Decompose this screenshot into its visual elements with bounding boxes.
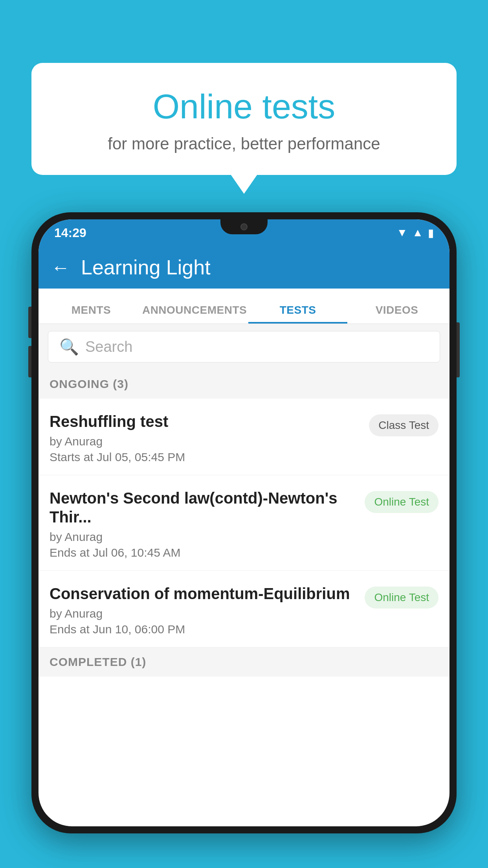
- test-name-newtons: Newton's Second law(contd)-Newton's Thir…: [50, 489, 358, 526]
- battery-icon: ▮: [428, 226, 434, 239]
- test-author-conservation: by Anurag: [50, 607, 358, 620]
- notch: [220, 219, 268, 234]
- tab-videos[interactable]: VIDEOS: [347, 297, 446, 324]
- completed-section-header: COMPLETED (1): [39, 647, 449, 677]
- test-info-reshuffling: Reshuffling test by Anurag Starts at Jul…: [50, 412, 363, 464]
- phone-screen: 14:29 ▼ ▲ ▮ ← Learning Light MENTS ANNOU…: [39, 219, 449, 826]
- ongoing-section-header: ONGOING (3): [39, 370, 449, 399]
- wifi-icon: ▼: [397, 226, 408, 239]
- test-date-newtons: Ends at Jul 06, 10:45 AM: [50, 546, 358, 559]
- power-button[interactable]: [457, 322, 460, 377]
- test-info-newtons: Newton's Second law(contd)-Newton's Thir…: [50, 489, 358, 559]
- test-item-conservation[interactable]: Conservation of momentum-Equilibrium by …: [39, 571, 449, 647]
- bubble-subtitle: for more practice, better performance: [51, 134, 437, 153]
- app-bar-title: Learning Light: [81, 256, 211, 279]
- test-author-reshuffling: by Anurag: [50, 435, 363, 448]
- test-badge-class-reshuffling: Class Test: [369, 414, 438, 436]
- test-badge-online-newtons: Online Test: [365, 491, 438, 513]
- tab-announcements[interactable]: ANNOUNCEMENTS: [141, 297, 248, 324]
- test-item-reshuffling[interactable]: Reshuffling test by Anurag Starts at Jul…: [39, 399, 449, 475]
- volume-down-button[interactable]: [28, 346, 31, 377]
- phone-outer: 14:29 ▼ ▲ ▮ ← Learning Light MENTS ANNOU…: [31, 212, 457, 833]
- test-name-reshuffling: Reshuffling test: [50, 412, 363, 431]
- status-time: 14:29: [54, 226, 86, 240]
- camera-icon: [240, 223, 248, 230]
- search-icon: 🔍: [59, 338, 79, 356]
- search-container: 🔍 Search: [39, 324, 449, 370]
- test-author-newtons: by Anurag: [50, 530, 358, 544]
- tab-assignments[interactable]: MENTS: [42, 297, 141, 324]
- back-button[interactable]: ←: [51, 257, 70, 278]
- speech-bubble: Online tests for more practice, better p…: [31, 63, 457, 175]
- test-item-newtons[interactable]: Newton's Second law(contd)-Newton's Thir…: [39, 475, 449, 571]
- app-bar: ← Learning Light: [39, 246, 449, 289]
- ongoing-section-title: ONGOING (3): [50, 377, 128, 390]
- status-bar: 14:29 ▼ ▲ ▮: [39, 219, 449, 246]
- bubble-title: Online tests: [51, 86, 437, 127]
- completed-section-title: COMPLETED (1): [50, 655, 146, 668]
- test-badge-online-conservation: Online Test: [365, 587, 438, 609]
- tabs-container: MENTS ANNOUNCEMENTS TESTS VIDEOS: [39, 289, 449, 324]
- tab-tests[interactable]: TESTS: [248, 297, 347, 324]
- status-icons: ▼ ▲ ▮: [397, 226, 434, 239]
- test-name-conservation: Conservation of momentum-Equilibrium: [50, 584, 358, 603]
- test-list: Reshuffling test by Anurag Starts at Jul…: [39, 399, 449, 647]
- phone-container: 14:29 ▼ ▲ ▮ ← Learning Light MENTS ANNOU…: [31, 212, 457, 868]
- test-date-reshuffling: Starts at Jul 05, 05:45 PM: [50, 451, 363, 464]
- search-input[interactable]: Search: [85, 338, 132, 355]
- test-info-conservation: Conservation of momentum-Equilibrium by …: [50, 584, 358, 636]
- test-date-conservation: Ends at Jun 10, 06:00 PM: [50, 623, 358, 636]
- signal-icon: ▲: [412, 226, 423, 239]
- volume-up-button[interactable]: [28, 307, 31, 338]
- search-bar[interactable]: 🔍 Search: [48, 331, 440, 362]
